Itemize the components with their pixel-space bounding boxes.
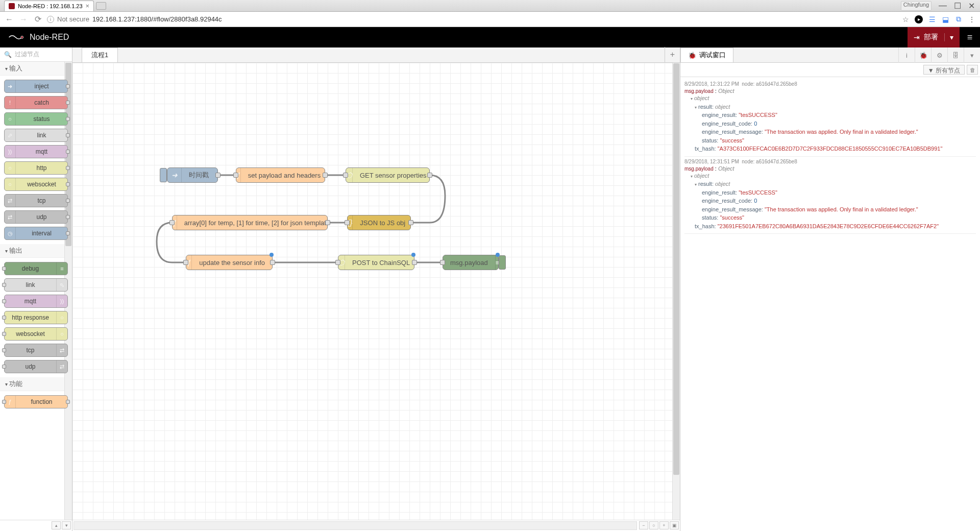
input-port[interactable] bbox=[345, 220, 350, 225]
palette-node-tcp[interactable]: tcp⇄ bbox=[4, 344, 68, 357]
deploy-button[interactable]: ⇥ 部署 ▾ bbox=[908, 27, 960, 47]
palette-node-websocket[interactable]: websocket○ bbox=[4, 327, 68, 341]
star-icon[interactable]: ☆ bbox=[901, 15, 910, 23]
debug-topic: msg.payload : Object bbox=[684, 165, 976, 172]
node-label: msg.payload bbox=[443, 259, 495, 267]
flow-node-n6[interactable]: ƒupdate the sensor info bbox=[186, 255, 273, 270]
palette-node-link[interactable]: ⬀link bbox=[4, 129, 68, 142]
output-port[interactable] bbox=[325, 220, 330, 225]
info-tab-icon[interactable]: i bbox=[898, 47, 915, 63]
debug-tab[interactable]: 🐞 调试窗口 bbox=[680, 47, 733, 62]
input-port[interactable] bbox=[169, 220, 175, 225]
reload-button[interactable]: ⟳ bbox=[33, 14, 43, 24]
palette-node-link[interactable]: link⬁ bbox=[4, 278, 68, 292]
palette-node-mqtt[interactable]: mqtt)) bbox=[4, 295, 68, 308]
filter-button[interactable]: ▼ 所有节点 bbox=[923, 65, 965, 75]
palette-node-http[interactable]: ○http bbox=[4, 161, 68, 175]
flow-node-n4[interactable]: ƒarray[0] for temp, [1] for time, [2] fo… bbox=[172, 215, 328, 230]
zoom-fit-button[interactable]: ▣ bbox=[670, 521, 679, 529]
chevron-down-icon[interactable]: ▾ bbox=[944, 33, 953, 41]
inject-button[interactable] bbox=[160, 168, 167, 182]
new-tab-button[interactable] bbox=[96, 2, 106, 10]
collapse-up-button[interactable]: ▴ bbox=[52, 521, 61, 529]
flow-node-n3[interactable]: ⬡GET sensor properties bbox=[346, 167, 430, 183]
input-port[interactable] bbox=[343, 173, 348, 178]
palette-node-status[interactable]: ○status bbox=[4, 112, 68, 126]
palette-node-debug[interactable]: debug≡ bbox=[4, 262, 68, 275]
input-port[interactable] bbox=[440, 260, 445, 265]
maximize-icon[interactable]: ☐ bbox=[954, 1, 961, 11]
palette-node-http-response[interactable]: http response○ bbox=[4, 311, 68, 324]
palette-node-tcp[interactable]: ⇄tcp bbox=[4, 194, 68, 207]
zoom-in-button[interactable]: + bbox=[659, 521, 669, 529]
dropdown-icon[interactable]: ▾ bbox=[964, 47, 980, 63]
clear-button[interactable]: 🗑 bbox=[967, 65, 978, 75]
zoom-out-button[interactable]: − bbox=[639, 521, 648, 529]
node-label: http bbox=[16, 164, 67, 172]
output-port[interactable] bbox=[427, 173, 432, 178]
debug-object[interactable]: object bbox=[684, 94, 976, 103]
workspace-tabs: 流程1 + bbox=[72, 47, 680, 63]
debug-result[interactable]: result: object bbox=[684, 180, 976, 188]
url-bar[interactable]: i Not secure 192.168.1.237:1880/#flow/28… bbox=[47, 15, 897, 23]
zoom-reset-button[interactable]: ○ bbox=[649, 521, 658, 529]
close-window-icon[interactable]: ✕ bbox=[968, 1, 975, 11]
output-port[interactable] bbox=[215, 173, 220, 178]
palette-node-websocket[interactable]: ○websocket bbox=[4, 178, 68, 191]
horizontal-scrollbar[interactable] bbox=[74, 521, 637, 530]
flow-node-n8[interactable]: msg.payload≡ bbox=[443, 255, 499, 270]
input-port[interactable] bbox=[335, 260, 340, 265]
translate-icon[interactable]: ☰ bbox=[928, 15, 936, 23]
palette-category[interactable]: 输入 bbox=[0, 62, 72, 76]
debug-message[interactable]: 8/29/2018, 12:31:51 PM node: a616d47d.26… bbox=[684, 159, 976, 234]
debug-tab-icon[interactable]: 🐞 bbox=[915, 47, 931, 63]
minimize-icon[interactable]: — bbox=[939, 1, 947, 11]
close-icon[interactable]: × bbox=[86, 2, 90, 10]
output-port[interactable] bbox=[323, 173, 328, 178]
back-button[interactable]: ← bbox=[4, 15, 14, 24]
palette-category[interactable]: 功能 bbox=[0, 377, 72, 391]
debug-messages: 8/29/2018, 12:31:22 PM node: a616d47d.26… bbox=[680, 77, 980, 531]
flow-node-n5[interactable]: {}JSON to JS obj bbox=[347, 215, 411, 230]
palette-node-function[interactable]: ƒfunction bbox=[4, 395, 68, 408]
output-port[interactable] bbox=[412, 260, 417, 265]
output-port[interactable] bbox=[270, 260, 275, 265]
node-label: link bbox=[16, 132, 67, 139]
config-tab-icon[interactable]: ⚙ bbox=[931, 47, 947, 63]
palette-node-interval[interactable]: ◷interval bbox=[4, 227, 68, 240]
debug-field: engine_result: "tesSUCCESS" bbox=[684, 111, 976, 119]
flow-node-n1[interactable]: ➜时间戳 bbox=[167, 167, 218, 183]
flow-node-n7[interactable]: ⬡POST to ChainSQL bbox=[338, 255, 414, 270]
collapse-down-button[interactable]: ▾ bbox=[62, 521, 71, 529]
palette-node-inject[interactable]: ➜inject bbox=[4, 80, 68, 93]
ext-icon-4[interactable]: ⧉ bbox=[954, 15, 963, 23]
info-icon[interactable]: i bbox=[47, 16, 54, 23]
context-tab-icon[interactable]: 🗄 bbox=[947, 47, 964, 63]
ext-icon-3[interactable]: ⬓ bbox=[941, 15, 949, 23]
menu-icon[interactable]: ⋮ bbox=[968, 15, 976, 23]
debug-result[interactable]: result: object bbox=[684, 103, 976, 111]
browser-tab[interactable]: Node-RED : 192.168.1.23 × bbox=[4, 1, 94, 11]
palette-node-mqtt[interactable]: ))mqtt bbox=[4, 145, 68, 158]
node-label: mqtt bbox=[16, 148, 67, 155]
debug-message[interactable]: 8/29/2018, 12:31:22 PM node: a616d47d.26… bbox=[684, 81, 976, 157]
palette-node-udp[interactable]: udp⇄ bbox=[4, 360, 68, 373]
node-label: catch bbox=[16, 99, 67, 106]
palette-node-catch[interactable]: !catch bbox=[4, 96, 68, 109]
input-port[interactable] bbox=[183, 260, 188, 265]
input-port[interactable] bbox=[233, 173, 238, 178]
debug-object[interactable]: object bbox=[684, 172, 976, 180]
debug-toggle-button[interactable] bbox=[499, 255, 506, 270]
ext-icon-1[interactable]: ▸ bbox=[915, 15, 923, 23]
add-tab-button[interactable]: + bbox=[665, 47, 680, 62]
hamburger-menu[interactable]: ≡ bbox=[960, 27, 980, 47]
flow-node-n2[interactable]: ƒset payload and headers bbox=[236, 167, 325, 183]
canvas-scrollbar[interactable] bbox=[672, 63, 680, 520]
flow-canvas[interactable]: ➜时间戳ƒset payload and headers⬡GET sensor … bbox=[72, 63, 680, 520]
user-badge[interactable]: Chingfung bbox=[901, 1, 932, 11]
palette-node-udp[interactable]: ⇄udp bbox=[4, 210, 68, 224]
output-port[interactable] bbox=[408, 220, 413, 225]
palette-category[interactable]: 输出 bbox=[0, 244, 72, 258]
palette-search[interactable]: 🔍 过滤节点 bbox=[0, 47, 72, 62]
flow-tab[interactable]: 流程1 bbox=[82, 47, 118, 62]
